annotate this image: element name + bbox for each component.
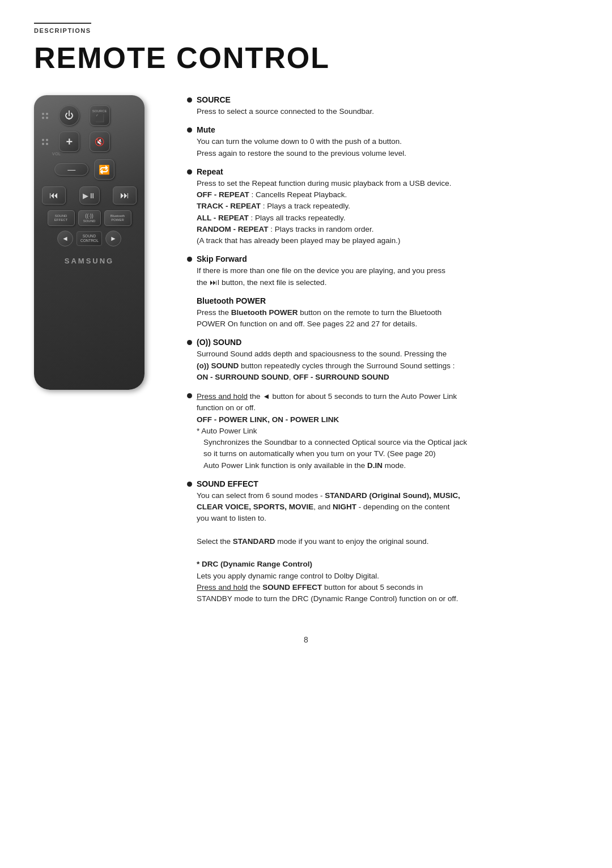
skip-back-icon: ⏮ bbox=[49, 190, 58, 201]
skip-forward-button[interactable]: ⏭ bbox=[113, 186, 137, 205]
bluetooth-label: Bluetooth POWER bbox=[110, 214, 125, 222]
repeat-body: Press to set the Repeat function during … bbox=[197, 178, 578, 247]
mute-button[interactable]: 🔇 bbox=[90, 131, 110, 152]
sound-button[interactable]: ((·)) SOUND bbox=[78, 210, 101, 226]
power-button[interactable]: ⏻ bbox=[59, 105, 79, 126]
volume-up-button[interactable]: + bbox=[59, 131, 79, 152]
remote-body: ⏻ SOURCE ⬛ bbox=[34, 95, 144, 390]
repeat-title: Repeat bbox=[197, 167, 578, 176]
source-desc: SOURCE Press to select a source connecte… bbox=[187, 95, 578, 117]
volume-down-button[interactable]: — bbox=[54, 163, 88, 176]
sound-effect-body: You can select from 6 sound modes - STAN… bbox=[197, 490, 578, 605]
source-bullet bbox=[187, 97, 192, 103]
arrow-right-button[interactable]: ► bbox=[105, 231, 121, 246]
mute-icon: 🔇 bbox=[95, 137, 104, 146]
sound-buttons-row: SOUND EFFECT ((·)) SOUND Bluetooth POWER bbox=[42, 210, 137, 226]
section-label: DESCRIPTIONS bbox=[34, 23, 91, 34]
samsung-logo: SAMSUNG bbox=[42, 257, 137, 265]
source-label: SOURCE bbox=[92, 109, 107, 113]
arrow-left-button[interactable]: ◄ bbox=[57, 231, 73, 246]
sound-content: (o)) SOUND Surround Sound adds depth and… bbox=[197, 338, 578, 383]
page-number: 8 bbox=[34, 635, 578, 644]
bluetooth-content: Bluetooth POWER Press the Bluetooth POWE… bbox=[197, 296, 578, 330]
sound-effect-desc: SOUND EFFECT You can select from 6 sound… bbox=[187, 479, 578, 605]
power-link-body: Press and hold the ◄ button for about 5 … bbox=[197, 391, 578, 471]
sound-effect-button[interactable]: SOUND EFFECT bbox=[48, 210, 75, 226]
sound-label: SOUND bbox=[83, 219, 96, 223]
page-title: REMOTE CONTROL bbox=[34, 41, 578, 75]
content-area: ⏻ SOURCE ⬛ bbox=[34, 95, 578, 612]
vol-label: VOL bbox=[52, 152, 61, 156]
skip-forward-title: Skip Forward bbox=[197, 254, 578, 263]
skip-forward-content: Skip Forward If there is more than one f… bbox=[197, 254, 578, 288]
source-button[interactable]: SOURCE ⬛ bbox=[90, 105, 110, 126]
power-link-content: Press and hold the ◄ button for about 5 … bbox=[197, 391, 578, 471]
sound-effect-title: SOUND EFFECT bbox=[197, 479, 578, 488]
sound-bullet bbox=[187, 340, 192, 345]
sound-effect-label: SOUND EFFECT bbox=[54, 214, 67, 222]
source-content: SOURCE Press to select a source connecte… bbox=[197, 95, 578, 117]
mute-body: You can turn the volume down to 0 with t… bbox=[197, 136, 578, 159]
mute-content: Mute You can turn the volume down to 0 w… bbox=[197, 125, 578, 159]
mute-title: Mute bbox=[197, 125, 578, 134]
bluetooth-title: Bluetooth POWER bbox=[197, 296, 578, 305]
repeat-desc: Repeat Press to set the Repeat function … bbox=[187, 167, 578, 247]
remote-illustration: ⏻ SOURCE ⬛ bbox=[34, 95, 164, 612]
sound-effect-content: SOUND EFFECT You can select from 6 sound… bbox=[197, 479, 578, 605]
sound-control-row: ◄ SOUND CONTROL ► bbox=[42, 231, 137, 246]
skip-forward-bullet bbox=[187, 257, 192, 262]
skip-forward-desc: Skip Forward If there is more than one f… bbox=[187, 254, 578, 288]
repeat-content: Repeat Press to set the Repeat function … bbox=[197, 167, 578, 247]
sound-body: Surround Sound adds depth and spaciousne… bbox=[197, 348, 578, 383]
sound-effect-bullet bbox=[187, 482, 192, 487]
source-body: Press to select a source connected to th… bbox=[197, 106, 578, 117]
mute-bullet bbox=[187, 127, 192, 133]
play-pause-icon: ▶⏸ bbox=[83, 192, 96, 200]
bluetooth-desc: Bluetooth POWER Press the Bluetooth POWE… bbox=[187, 296, 578, 330]
surround-icon: ((·)) bbox=[85, 213, 94, 219]
skip-back-button[interactable]: ⏮ bbox=[42, 186, 66, 205]
power-icon: ⏻ bbox=[65, 110, 74, 121]
skip-forward-icon: ⏭ bbox=[120, 190, 129, 201]
source-title: SOURCE bbox=[197, 95, 578, 104]
sound-title: (o)) SOUND bbox=[197, 338, 578, 347]
repeat-icon: 🔁 bbox=[99, 164, 110, 175]
plus-icon: + bbox=[66, 135, 73, 148]
minus-icon: — bbox=[67, 165, 75, 174]
skip-forward-body: If there is more than one file on the de… bbox=[197, 265, 578, 288]
sound-desc: (o)) SOUND Surround Sound adds depth and… bbox=[187, 338, 578, 383]
play-pause-button[interactable]: ▶⏸ bbox=[79, 186, 100, 205]
repeat-button[interactable]: 🔁 bbox=[94, 159, 114, 180]
mute-desc: Mute You can turn the volume down to 0 w… bbox=[187, 125, 578, 159]
page-container: DESCRIPTIONS REMOTE CONTROL ⏻ bbox=[0, 0, 612, 678]
bluetooth-body: Press the Bluetooth POWER button on the … bbox=[197, 307, 578, 330]
power-link-desc: Press and hold the ◄ button for about 5 … bbox=[187, 391, 578, 471]
power-link-bullet bbox=[187, 393, 192, 398]
repeat-bullet bbox=[187, 169, 192, 175]
source-icon: ⬛ bbox=[95, 114, 104, 122]
bluetooth-power-button[interactable]: Bluetooth POWER bbox=[104, 210, 131, 226]
sound-control-label: SOUND CONTROL bbox=[76, 231, 102, 246]
descriptions-panel: SOURCE Press to select a source connecte… bbox=[187, 95, 578, 612]
